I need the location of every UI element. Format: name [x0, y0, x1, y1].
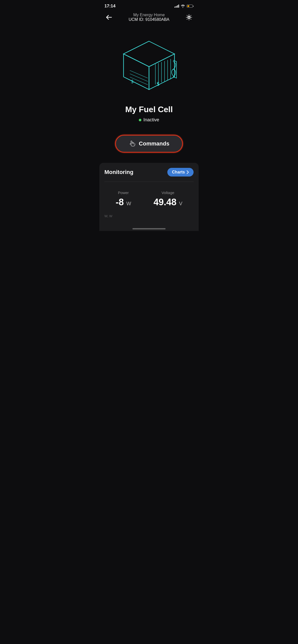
- monitoring-sublabel: W, W: [104, 214, 194, 221]
- power-data: Power -8 W: [116, 191, 131, 208]
- svg-marker-3: [124, 54, 149, 90]
- monitoring-title: Monitoring: [104, 169, 133, 175]
- commands-container: Commands: [99, 135, 199, 163]
- touch-icon: [129, 140, 136, 147]
- device-info: My Fuel Cell Inactive: [99, 102, 199, 135]
- monitoring-data: Power -8 W Voltage 49.48 V: [104, 188, 194, 210]
- svg-line-11: [130, 70, 148, 78]
- commands-button[interactable]: Commands: [115, 135, 183, 153]
- commands-label: Commands: [139, 140, 169, 147]
- svg-point-0: [188, 17, 190, 18]
- header-title-main: My Energy Home: [129, 13, 169, 17]
- svg-marker-2: [124, 41, 174, 67]
- device-name: My Fuel Cell: [104, 105, 194, 114]
- voltage-data: Voltage 49.48 V: [154, 191, 182, 208]
- charts-label: Charts: [172, 170, 185, 174]
- divider: [104, 182, 194, 182]
- svg-text:$: $: [157, 81, 159, 87]
- wifi-icon: [181, 4, 185, 8]
- status-icons: [174, 4, 194, 8]
- signal-icon: [174, 5, 179, 8]
- fuel-cell-icon: $ $: [116, 36, 182, 95]
- battery-icon: [187, 5, 194, 8]
- power-unit: W: [126, 201, 131, 206]
- home-indicator: [99, 226, 199, 231]
- header-title-sub: UCM ID: 9104580ABA: [129, 17, 169, 22]
- header-title: My Energy Home UCM ID: 9104580ABA: [129, 13, 169, 22]
- settings-button[interactable]: [184, 13, 194, 22]
- voltage-unit: V: [179, 201, 182, 206]
- status-dot: [139, 119, 141, 121]
- device-status: Inactive: [104, 117, 194, 123]
- status-bar: 17:14: [99, 0, 199, 11]
- back-button[interactable]: [104, 13, 114, 22]
- power-value: -8 W: [116, 197, 131, 208]
- voltage-label: Voltage: [154, 191, 182, 195]
- chevron-right-icon: [186, 170, 189, 174]
- monitoring-header: Monitoring Charts: [104, 168, 194, 177]
- charts-button[interactable]: Charts: [167, 168, 194, 177]
- status-text: Inactive: [143, 117, 159, 123]
- home-bar: [132, 228, 166, 229]
- power-label: Power: [116, 191, 131, 195]
- voltage-value: 49.48 V: [154, 197, 182, 208]
- header: My Energy Home UCM ID: 9104580ABA: [99, 11, 199, 26]
- device-image-area: $ $: [99, 26, 199, 102]
- monitoring-section: Monitoring Charts Power -8 W Voltage 49.…: [99, 163, 199, 226]
- status-time: 17:14: [104, 4, 115, 9]
- svg-text:$: $: [131, 79, 133, 84]
